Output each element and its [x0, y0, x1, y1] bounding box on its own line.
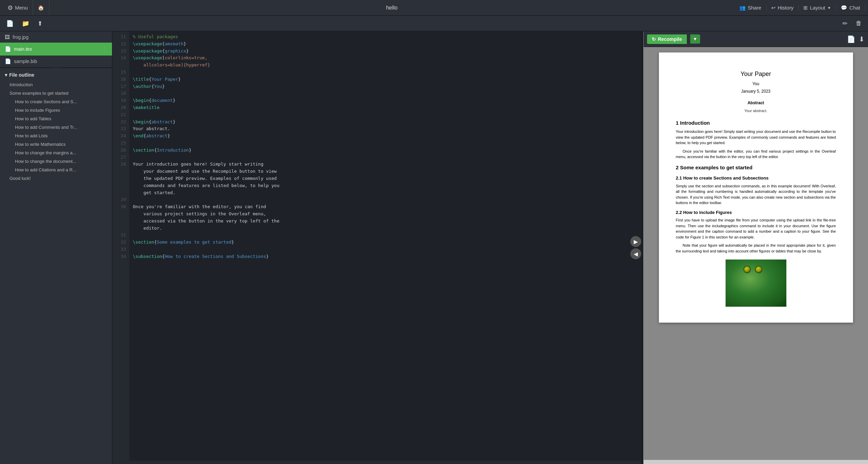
chat-icon: 💬 [841, 5, 847, 11]
code-area[interactable]: % Useful packages\usepackage{amsmath}\us… [129, 31, 641, 461]
chat-label: Chat [849, 5, 860, 11]
outline-item[interactable]: How to include Figures [0, 106, 112, 114]
pdf-section1-p2: Once you're familiar with the editor, yo… [676, 149, 836, 160]
pdf-doc-author: You [676, 81, 836, 87]
layout-label: Layout [810, 5, 825, 11]
pdf-panel: ↻ Recompile ▼ 📄 ⬇ Your Paper You January… [643, 31, 868, 464]
chat-button[interactable]: 💬 Chat [836, 5, 865, 11]
file-list: 🖼 frog.jpg 📄 main.tex ⋮ 📄 sample.bib [0, 31, 112, 67]
editor-content[interactable]: 1112131415161718192021222324252627282930… [112, 31, 641, 461]
history-icon: ↩ [771, 5, 776, 11]
pdf-content[interactable]: Your Paper You January 5, 2023 Abstract … [644, 47, 868, 460]
editor-panel: 1112131415161718192021222324252627282930… [112, 31, 641, 464]
pdf-view-button[interactable]: 📄 [847, 35, 855, 43]
more-options-icon[interactable]: ⋮ [101, 45, 107, 53]
share-icon: 👥 [739, 5, 746, 11]
nav-back-arrow[interactable]: ◀ [630, 248, 641, 259]
pdf-abstract-heading: Abstract [676, 100, 836, 106]
new-folder-button[interactable]: 📁 [19, 18, 32, 29]
pdf-horizontal-scrollbar[interactable] [644, 460, 868, 464]
frog-figure [725, 259, 787, 307]
file-item-main[interactable]: 📄 main.tex ⋮ [0, 43, 112, 56]
frog-image [726, 260, 786, 307]
nav-right-actions: 👥 Share ↩ History ⊞ Layout ▼ 💬 Chat [735, 5, 865, 11]
share-button[interactable]: 👥 Share [735, 5, 767, 11]
outline-item[interactable]: How to add Citations and a R... [0, 166, 112, 174]
line-numbers: 1112131415161718192021222324252627282930… [112, 31, 129, 461]
history-label: History [778, 5, 794, 11]
pdf-sub21-p1: Simply use the section and subsection co… [676, 183, 836, 206]
file-panel: 🖼 frog.jpg 📄 main.tex ⋮ 📄 sample.bib · ·… [0, 31, 112, 464]
document-title: hello [49, 5, 735, 11]
pdf-doc-title: Your Paper [676, 69, 836, 79]
outline-title: File outline [9, 72, 34, 78]
pdf-section1-p1: Your introduction goes here! Simply star… [676, 129, 836, 146]
recompile-button[interactable]: ↻ Recompile [647, 34, 687, 44]
chevron-down-icon: ▼ [827, 6, 831, 10]
layout-button[interactable]: ⊞ Layout ▼ [799, 5, 836, 11]
outline-list: IntroductionSome examples to get started… [0, 80, 112, 183]
menu-label: Menu [15, 5, 28, 11]
home-button[interactable]: 🏠 [33, 0, 49, 15]
outline-item[interactable]: Introduction [0, 80, 112, 89]
bib-icon: 📄 [5, 58, 11, 64]
history-button[interactable]: ↩ History [767, 5, 799, 11]
editor-horizontal-scrollbar[interactable] [112, 461, 641, 464]
outline-item[interactable]: How to create Sections and S... [0, 97, 112, 106]
pdf-sub22-p2: Note that your figure will automatically… [676, 243, 836, 254]
file-item-frog[interactable]: 🖼 frog.jpg [0, 31, 112, 43]
recompile-label: Recompile [658, 36, 682, 42]
outline-item[interactable]: How to add Lists [0, 132, 112, 140]
outline-item[interactable]: Some examples to get started [0, 89, 112, 97]
outline-item[interactable]: Good luck! [0, 174, 112, 183]
pdf-section1-heading: 1 Introduction [676, 119, 836, 127]
rename-button[interactable]: ✏ [840, 18, 850, 29]
file-name-frog: frog.jpg [13, 34, 29, 40]
top-navbar: ⚙ Menu 🏠 hello 👥 Share ↩ History ⊞ Layou… [0, 0, 868, 16]
pdf-sub22-p1: First you have to upload the image file … [676, 217, 836, 240]
home-icon: 🏠 [38, 5, 44, 11]
recompile-icon: ↻ [652, 36, 656, 42]
new-file-button[interactable]: 📄 [3, 18, 16, 29]
outline-item[interactable]: How to add Tables [0, 114, 112, 123]
pdf-doc-date: January 5, 2023 [676, 88, 836, 94]
layout-icon: ⊞ [803, 5, 808, 11]
file-name-main: main.tex [14, 46, 32, 52]
editor-nav-arrows: ▶ ◀ [630, 236, 641, 259]
share-label: Share [748, 5, 761, 11]
upload-button[interactable]: ⬆ [35, 18, 45, 29]
pdf-page: Your Paper You January 5, 2023 Abstract … [659, 52, 853, 323]
pdf-section2-heading: 2 Some examples to get started [676, 164, 836, 172]
pdf-download-button[interactable]: ⬇ [859, 35, 865, 43]
file-toolbar: 📄 📁 ⬆ ✏ 🗑 [0, 16, 868, 31]
main-area: 🖼 frog.jpg 📄 main.tex ⋮ 📄 sample.bib · ·… [0, 31, 868, 464]
outline-item[interactable]: How to add Comments and Tr... [0, 123, 112, 132]
frog-eye-right [755, 266, 762, 273]
outline-item[interactable]: How to change the document... [0, 157, 112, 166]
file-outline-header[interactable]: ▾ File outline [0, 69, 112, 80]
recompile-dropdown-button[interactable]: ▼ [690, 34, 700, 44]
file-outline-section: ▾ File outline IntroductionSome examples… [0, 68, 112, 464]
nav-forward-arrow[interactable]: ▶ [630, 236, 641, 247]
menu-button[interactable]: ⚙ Menu [3, 0, 33, 15]
delete-button[interactable]: 🗑 [853, 18, 865, 28]
frog-eye-left [743, 266, 751, 273]
outline-item[interactable]: How to write Mathematics [0, 140, 112, 149]
tex-icon: 📄 [5, 46, 11, 52]
menu-icon: ⚙ [7, 4, 13, 12]
pdf-sub22-heading: 2.2 How to include Figures [676, 209, 836, 216]
pdf-abstract-body: Your abstract. [676, 108, 836, 114]
pdf-toolbar: ↻ Recompile ▼ 📄 ⬇ [644, 31, 868, 47]
file-name-bib: sample.bib [14, 59, 37, 64]
pdf-sub21-heading: 2.1 How to create Sections and Subsectio… [676, 175, 836, 182]
image-icon: 🖼 [5, 34, 10, 40]
chevron-icon: ▾ [5, 72, 7, 78]
outline-item[interactable]: How to change the margins a... [0, 149, 112, 157]
